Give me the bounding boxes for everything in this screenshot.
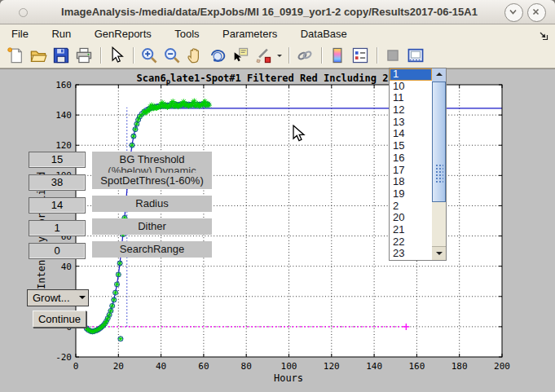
rotate-3d-icon — [209, 46, 227, 64]
zoom-out-button[interactable] — [162, 45, 183, 66]
menu-item-database[interactable]: DataBase — [291, 24, 357, 43]
scroll-up-icon[interactable] — [432, 68, 446, 82]
listbox-item-10[interactable]: 10 — [390, 81, 432, 93]
print-button[interactable] — [74, 45, 95, 66]
chevron-down-icon — [508, 7, 518, 17]
link-axes-button[interactable] — [295, 45, 316, 66]
window-title: ImageAnalysis-/media/data/ExpJobs/MI 16_… — [49, 0, 490, 24]
video-frame-icon — [407, 46, 425, 64]
listbox-item-21[interactable]: 21 — [390, 224, 432, 236]
rotate-3d-button[interactable] — [208, 45, 229, 66]
listbox-item-17[interactable]: 17 — [390, 165, 432, 177]
colorbar-button[interactable] — [328, 45, 349, 66]
x-axis-label: Hours — [207, 372, 370, 384]
spot-number-listbox[interactable]: 110111213141516171819220212223 — [389, 68, 447, 261]
scrollbar-thumb[interactable] — [432, 81, 446, 202]
continue-button[interactable]: Continue — [33, 311, 86, 328]
svg-text:0: 0 — [73, 361, 79, 372]
data-cursor-icon — [231, 46, 249, 64]
video-frame-button[interactable] — [406, 45, 427, 66]
open-file-button[interactable] — [29, 45, 50, 66]
close-button[interactable] — [527, 3, 546, 22]
save-button[interactable] — [51, 45, 73, 66]
brush-button[interactable] — [253, 45, 275, 66]
svg-text:180: 180 — [451, 361, 468, 372]
menu-item-run[interactable]: Run — [42, 24, 81, 43]
listbox-item-22[interactable]: 22 — [390, 236, 432, 249]
listbox-item-2[interactable]: 2 — [390, 200, 432, 213]
listbox-item-18[interactable]: 18 — [390, 176, 432, 188]
toolbar-separator — [321, 47, 323, 64]
svg-text:200: 200 — [494, 361, 510, 372]
scroll-down-icon[interactable] — [432, 246, 446, 260]
data-cursor-button[interactable] — [231, 45, 252, 66]
colorbar-icon — [328, 46, 346, 64]
listbox-item-13[interactable]: 13 — [390, 117, 432, 129]
param-button-radius[interactable]: Radius — [92, 196, 212, 212]
param-button-dither[interactable]: Dither — [92, 218, 212, 235]
svg-text:160: 160 — [55, 80, 72, 90]
svg-text:120: 120 — [55, 140, 72, 151]
param-field-bg-threshold[interactable]: 15 — [29, 152, 86, 168]
new-file-button[interactable] — [6, 45, 27, 66]
shade-button[interactable] — [504, 3, 523, 22]
listbox-item-19[interactable]: 19 — [390, 188, 432, 200]
listbox-item-15[interactable]: 15 — [390, 140, 432, 152]
menu-item-file[interactable]: File — [2, 24, 38, 43]
toolbar-separator — [377, 47, 378, 64]
legend-button[interactable] — [350, 45, 372, 66]
svg-text:100: 100 — [281, 361, 297, 372]
svg-text:160: 160 — [408, 361, 425, 372]
listbox-scrollbar[interactable] — [432, 68, 446, 260]
link-axes-icon — [296, 46, 314, 64]
brush-dropdown-caret-icon[interactable] — [275, 45, 284, 66]
undock-arrow-icon[interactable] — [539, 29, 548, 44]
listbox-item-20[interactable]: 20 — [390, 212, 432, 224]
save-icon — [52, 46, 70, 64]
param-button-search-range[interactable]: SearchRange — [92, 241, 212, 258]
param-field-radius[interactable]: 14 — [29, 197, 86, 214]
zoom-in-button[interactable] — [139, 45, 161, 66]
pan-button[interactable] — [185, 45, 206, 66]
titlebar: ImageAnalysis-/media/data/ExpJobs/MI 16_… — [0, 0, 555, 24]
svg-text:40: 40 — [156, 361, 166, 372]
listbox-item-16[interactable]: 16 — [390, 152, 432, 165]
print-icon — [75, 46, 93, 64]
zoom-in-icon — [140, 46, 158, 64]
disabled-square-icon — [384, 46, 402, 64]
listbox-item-12[interactable]: 12 — [390, 104, 432, 117]
mouse-cursor-icon — [292, 125, 306, 143]
pan-hand-icon — [186, 46, 204, 64]
menu-item-genreports[interactable]: GenReports — [85, 24, 161, 43]
svg-text:80: 80 — [241, 361, 252, 372]
param-button-spot-det-thres[interactable]: SpotDetThres(1-60%) — [92, 173, 212, 189]
listbox-item-1[interactable]: 1 — [390, 68, 432, 81]
toolbar — [0, 43, 555, 68]
param-field-search-range[interactable]: 0 — [29, 243, 86, 259]
svg-text:140: 140 — [366, 361, 382, 372]
zoom-out-icon — [163, 46, 181, 64]
menu-item-tools[interactable]: Tools — [165, 24, 209, 43]
close-icon — [531, 7, 541, 17]
pointer-tool-button[interactable] — [107, 45, 128, 66]
growth-popup-menu[interactable]: Growt... — [27, 289, 89, 306]
svg-text:140: 140 — [55, 110, 72, 121]
open-folder-icon — [29, 46, 47, 64]
listbox-item-23[interactable]: 23 — [390, 248, 432, 260]
figure-area: 020406080100120140160180200-200204060801… — [0, 68, 555, 392]
window-menu-icon[interactable] — [19, 8, 28, 17]
param-button-bg-threshold[interactable]: BG Threshold(%below) Dynamic — [92, 152, 212, 173]
menu-item-parameters[interactable]: Parameters — [213, 24, 287, 43]
param-field-spot-det-thres[interactable]: 38 — [29, 174, 86, 191]
app-window: ImageAnalysis-/media/data/ExpJobs/MI 16_… — [0, 0, 555, 392]
insert-square-button[interactable] — [383, 45, 404, 66]
param-field-dither[interactable]: 1 — [29, 220, 86, 236]
scrollbar-grip-icon — [435, 164, 443, 183]
svg-text:60: 60 — [198, 361, 209, 372]
legend-icon — [351, 46, 369, 64]
listbox-item-14[interactable]: 14 — [390, 128, 432, 140]
growth-popup-label: Growt... — [33, 292, 70, 304]
toolbar-separator — [100, 47, 102, 64]
listbox-item-11[interactable]: 11 — [390, 92, 432, 104]
toolbar-separator — [133, 47, 134, 64]
